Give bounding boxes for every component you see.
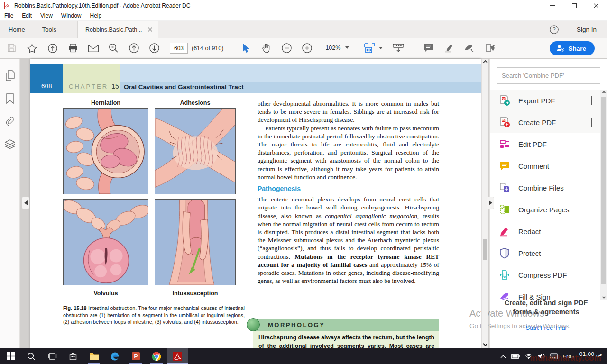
scroll-down-icon[interactable] [482, 342, 488, 346]
page-number-input[interactable] [170, 43, 188, 54]
comment-icon[interactable] [421, 40, 436, 56]
chrome-icon[interactable] [146, 348, 167, 364]
tool-combine-files[interactable]: Combine Files [490, 177, 607, 199]
tool-label: Redact [518, 228, 541, 236]
language-indicator[interactable]: ENG [563, 354, 574, 359]
previous-page-arrow[interactable] [22, 197, 29, 209]
figure-label-herniation: Herniation [63, 100, 148, 108]
hand-tool-icon[interactable] [258, 40, 274, 56]
tab-close-icon[interactable] [148, 27, 152, 32]
tool-organize-pages[interactable]: Organize Pages [490, 199, 607, 220]
attachments-icon[interactable] [4, 116, 16, 127]
chapter-number: 15 [111, 82, 119, 90]
clock[interactable]: 01:00 ص [579, 352, 602, 357]
task-view-icon[interactable] [42, 348, 63, 364]
tools-search-input[interactable] [497, 72, 600, 79]
figure-15-18: Herniation Adhesions [63, 100, 244, 326]
acrobat-window: Robbins.Basic.Pathology.10th.Edition.pdf… [0, 0, 607, 364]
tab-tools[interactable]: Tools [34, 21, 65, 38]
zoom-out-icon[interactable] [279, 40, 294, 56]
document-scrollbar-thumb[interactable] [483, 239, 487, 260]
zoom-level-dropdown[interactable]: 102% [322, 44, 352, 53]
tool-protect[interactable]: Protect [490, 242, 607, 264]
tool-redact[interactable]: Redact [490, 220, 607, 242]
favorite-star-icon[interactable] [24, 40, 40, 56]
close-button[interactable] [585, 0, 607, 11]
microsoft-store-icon[interactable] [63, 348, 83, 364]
bookmarks-icon[interactable] [4, 93, 16, 104]
reading-mode-icon[interactable] [390, 40, 406, 56]
toolbar-divider [230, 42, 230, 55]
start-free-trial-link[interactable]: Start Free Trial [526, 324, 567, 331]
fit-width-chevron-icon[interactable] [379, 47, 383, 49]
comment-tool-icon [499, 160, 510, 172]
morphology-box: MORPHOLOGY Hirschsprung disease always a… [253, 318, 439, 348]
page-thumbnails-icon[interactable] [4, 70, 16, 82]
sign-pen-icon[interactable] [461, 40, 477, 56]
menu-help[interactable]: Help [86, 11, 106, 20]
document-viewport[interactable]: 608 CHAPTER 15 Oral Cavities and Gastroi… [20, 59, 489, 348]
tool-export-pdf[interactable]: PDF Export PDF [490, 90, 607, 111]
taskbar-search-icon[interactable] [21, 348, 42, 364]
system-tray: ENG 01:00 ص [500, 348, 607, 364]
menu-edit[interactable]: Edit [18, 11, 36, 20]
battery-icon[interactable] [511, 354, 520, 359]
combine-files-icon [499, 182, 510, 193]
panel-scroll-up-icon[interactable] [600, 91, 607, 94]
panel-scrollbar[interactable] [600, 90, 607, 300]
volume-icon[interactable] [538, 353, 545, 359]
tool-comment[interactable]: Comment [490, 155, 607, 177]
start-button[interactable] [0, 348, 21, 364]
fit-width-icon[interactable] [362, 40, 378, 56]
minimize-button[interactable] [542, 0, 563, 11]
tool-edit-pdf[interactable]: Edit PDF [490, 133, 607, 155]
maximize-button[interactable] [563, 0, 585, 11]
zoom-level-value: 102% [325, 45, 340, 51]
help-icon[interactable]: ? [550, 25, 559, 34]
menu-window[interactable]: Window [57, 11, 86, 20]
next-page-arrow[interactable] [487, 197, 494, 209]
paragraph-2: Patients typically present as neonates w… [258, 124, 439, 181]
powerpoint-icon[interactable]: P [125, 348, 146, 364]
touch-keyboard-icon[interactable] [550, 353, 558, 359]
previous-page-icon[interactable] [126, 40, 142, 56]
figure-caption: Fig. 15.18 Intestinal obstruction. The f… [63, 305, 245, 326]
layers-icon[interactable] [4, 138, 16, 150]
acrobat-taskbar-icon[interactable] [167, 348, 188, 364]
share-button[interactable]: Share [550, 41, 595, 55]
tool-create-pdf[interactable]: PDF Create PDF [490, 111, 607, 133]
redact-icon [499, 226, 510, 237]
cloud-upload-icon[interactable] [45, 40, 60, 56]
right-triangle-icon [489, 200, 492, 205]
panel-scrollbar-thumb[interactable] [601, 97, 606, 284]
panel-scroll-down-icon[interactable] [600, 296, 607, 298]
fill-sign-toolbar-icon[interactable] [482, 40, 497, 56]
select-tool-icon[interactable] [238, 40, 254, 56]
tool-compress-pdf[interactable]: PDF Compress PDF [490, 264, 607, 286]
morphology-title: MORPHOLOGY [268, 321, 325, 328]
figure-caption-text: Intestinal obstruction. The four major m… [63, 305, 245, 325]
search-icon[interactable] [106, 40, 121, 56]
zoom-in-icon[interactable] [299, 40, 315, 56]
tray-expand-icon[interactable] [500, 355, 506, 358]
main-toolbar: (614 of 910) 102% Share [0, 38, 607, 59]
tab-document[interactable]: Robbins.Basic.Path... [77, 21, 158, 38]
highlight-icon[interactable] [441, 40, 457, 56]
chevron-down-icon[interactable] [591, 96, 592, 105]
menu-view[interactable]: View [36, 11, 57, 20]
share-button-label: Share [568, 45, 586, 52]
tool-label: Combine Files [518, 184, 564, 192]
file-explorer-icon[interactable] [83, 348, 104, 364]
chevron-down-icon[interactable] [591, 118, 592, 127]
sign-in-button[interactable]: Sign In [577, 26, 597, 33]
toolbar-divider [413, 42, 413, 55]
edge-browser-icon[interactable] [104, 348, 125, 364]
scroll-up-icon[interactable] [482, 61, 488, 64]
print-icon[interactable] [65, 40, 81, 56]
save-icon[interactable] [4, 40, 19, 56]
tab-home[interactable]: Home [0, 21, 34, 38]
next-page-icon[interactable] [147, 40, 162, 56]
wifi-icon[interactable] [525, 354, 533, 359]
menu-file[interactable]: File [0, 11, 18, 20]
email-icon[interactable] [85, 40, 101, 56]
